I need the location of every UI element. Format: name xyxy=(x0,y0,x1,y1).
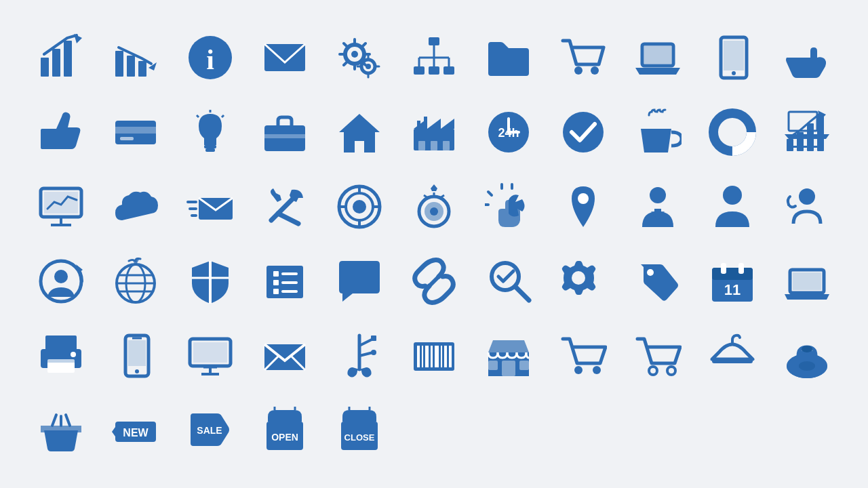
shield-icon xyxy=(173,244,248,319)
cart-empty-icon xyxy=(620,319,695,393)
clock-24-icon: 24h xyxy=(471,95,546,169)
barcode-icon xyxy=(397,319,471,393)
svg-point-85 xyxy=(430,207,438,216)
svg-point-150 xyxy=(371,350,376,355)
check-circle-icon xyxy=(546,95,620,169)
folder-icon xyxy=(471,20,546,95)
open-sign-icon: OPEN xyxy=(248,393,322,468)
businessman-icon xyxy=(620,169,695,244)
svg-rect-36 xyxy=(205,148,215,152)
tools-icon xyxy=(248,169,322,244)
svg-marker-42 xyxy=(339,114,380,152)
svg-point-101 xyxy=(54,270,68,283)
target-icon xyxy=(322,169,397,244)
sale-tag-icon: SALE xyxy=(173,393,248,468)
svg-point-12 xyxy=(351,51,358,58)
svg-marker-173 xyxy=(112,427,115,436)
svg-rect-160 xyxy=(502,361,515,376)
lightbulb-icon xyxy=(173,95,248,169)
svg-text:SALE: SALE xyxy=(197,425,222,436)
svg-rect-50 xyxy=(417,121,420,129)
svg-rect-27 xyxy=(644,46,671,64)
svg-rect-162 xyxy=(519,361,529,370)
svg-rect-125 xyxy=(738,263,744,274)
svg-rect-111 xyxy=(273,271,279,277)
svg-rect-152 xyxy=(417,346,420,367)
info-icon: i xyxy=(173,20,248,95)
chat-icon xyxy=(322,244,397,319)
svg-rect-16 xyxy=(414,66,425,75)
laptop-icon xyxy=(620,20,695,95)
basket-icon xyxy=(24,393,98,468)
svg-point-99 xyxy=(799,188,815,205)
icon-grid: i xyxy=(17,14,851,474)
svg-point-54 xyxy=(563,112,604,152)
svg-point-120 xyxy=(572,271,585,285)
new-tag-icon: NEW xyxy=(98,393,173,468)
svg-point-30 xyxy=(732,71,736,75)
svg-point-166 xyxy=(667,367,675,375)
svg-line-117 xyxy=(428,275,440,287)
svg-rect-112 xyxy=(281,272,298,275)
svg-line-38 xyxy=(222,115,224,117)
svg-rect-132 xyxy=(47,359,75,363)
svg-marker-89 xyxy=(431,184,437,191)
usb-icon xyxy=(322,319,397,393)
shopping-cart2-icon xyxy=(546,319,620,393)
svg-rect-18 xyxy=(443,66,454,75)
svg-point-98 xyxy=(723,186,742,205)
smartphone-icon xyxy=(98,319,173,393)
factory-icon xyxy=(397,95,471,169)
svg-rect-129 xyxy=(45,336,77,350)
svg-rect-51 xyxy=(424,117,427,125)
gear-icon xyxy=(546,244,620,319)
svg-rect-10 xyxy=(264,44,305,71)
svg-rect-123 xyxy=(712,268,753,280)
briefcase-icon xyxy=(248,95,322,169)
svg-point-95 xyxy=(650,187,666,203)
svg-text:CLOSE: CLOSE xyxy=(344,432,375,443)
svg-rect-153 xyxy=(422,346,423,367)
credit-card-icon xyxy=(98,95,173,169)
link-icon xyxy=(397,244,471,319)
printer-icon xyxy=(24,319,98,393)
svg-rect-6 xyxy=(138,61,146,77)
hierarchy-icon xyxy=(397,20,471,95)
envelope-icon xyxy=(248,319,322,393)
svg-rect-155 xyxy=(431,346,433,367)
email-fast-icon xyxy=(173,169,248,244)
svg-line-91 xyxy=(488,192,492,195)
svg-line-75 xyxy=(278,214,298,224)
svg-point-133 xyxy=(71,352,76,357)
svg-marker-45 xyxy=(427,119,441,129)
svg-rect-2 xyxy=(64,41,72,77)
svg-point-165 xyxy=(649,367,657,375)
svg-rect-156 xyxy=(435,346,439,367)
svg-rect-48 xyxy=(431,141,437,150)
svg-rect-115 xyxy=(273,289,279,294)
svg-line-88 xyxy=(440,195,444,198)
svg-rect-135 xyxy=(128,340,146,366)
svg-text:i: i xyxy=(206,44,214,75)
search-check-icon xyxy=(471,244,546,319)
support-icon xyxy=(770,169,844,244)
laptop2-icon xyxy=(770,244,844,319)
svg-line-39 xyxy=(197,115,199,117)
cloud-icon xyxy=(98,169,173,244)
svg-point-163 xyxy=(574,366,583,374)
purse-icon xyxy=(770,319,844,393)
svg-rect-58 xyxy=(787,139,793,151)
svg-line-119 xyxy=(515,287,529,300)
svg-rect-4 xyxy=(115,51,123,77)
svg-rect-124 xyxy=(721,263,726,274)
svg-rect-116 xyxy=(281,290,298,293)
svg-rect-15 xyxy=(429,37,439,45)
svg-rect-139 xyxy=(193,342,227,363)
cart-icon xyxy=(546,20,620,95)
analytics-icon xyxy=(770,95,844,169)
svg-rect-17 xyxy=(429,66,439,75)
svg-rect-161 xyxy=(488,361,498,370)
svg-marker-46 xyxy=(441,119,454,129)
svg-rect-148 xyxy=(371,336,376,341)
chart-up-icon xyxy=(24,20,98,95)
